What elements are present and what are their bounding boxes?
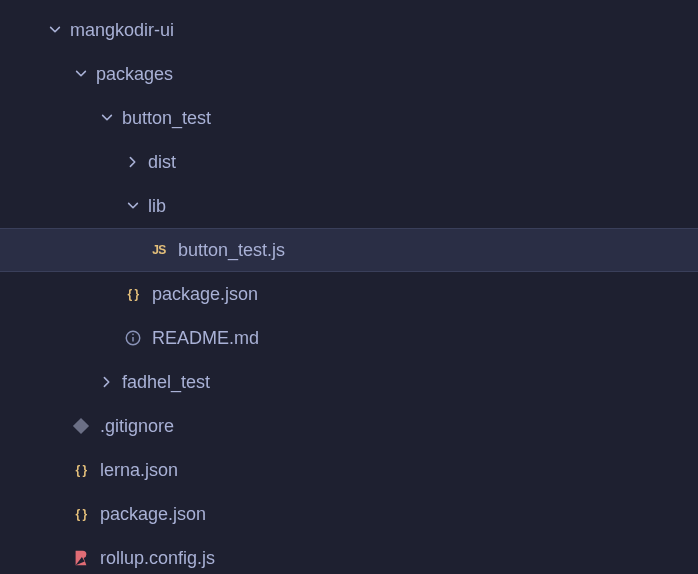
chevron-right-icon bbox=[96, 371, 118, 393]
file-label: button_test.js bbox=[178, 240, 285, 261]
folder-label: fadhel_test bbox=[122, 372, 210, 393]
svg-point-2 bbox=[132, 334, 134, 336]
git-icon bbox=[70, 415, 92, 437]
folder-button-test[interactable]: button_test bbox=[0, 96, 698, 140]
file-label: lerna.json bbox=[100, 460, 178, 481]
chevron-down-icon bbox=[70, 63, 92, 85]
chevron-down-icon bbox=[96, 107, 118, 129]
file-label: rollup.config.js bbox=[100, 548, 215, 569]
file-rollup-config-js[interactable]: rollup.config.js bbox=[0, 536, 698, 574]
rollup-icon bbox=[70, 547, 92, 569]
file-button-test-js[interactable]: JS button_test.js bbox=[0, 228, 698, 272]
folder-lib[interactable]: lib bbox=[0, 184, 698, 228]
json-icon: { } bbox=[122, 283, 144, 305]
folder-mangkodir-ui[interactable]: mangkodir-ui bbox=[0, 8, 698, 52]
folder-label: packages bbox=[96, 64, 173, 85]
file-readme-md[interactable]: README.md bbox=[0, 316, 698, 360]
file-label: package.json bbox=[100, 504, 206, 525]
chevron-down-icon bbox=[44, 19, 66, 41]
folder-label: button_test bbox=[122, 108, 211, 129]
chevron-down-icon bbox=[122, 195, 144, 217]
chevron-right-icon bbox=[122, 151, 144, 173]
file-lerna-json[interactable]: { } lerna.json bbox=[0, 448, 698, 492]
file-label: .gitignore bbox=[100, 416, 174, 437]
file-package-json-button-test[interactable]: { } package.json bbox=[0, 272, 698, 316]
json-icon: { } bbox=[70, 459, 92, 481]
info-icon bbox=[122, 327, 144, 349]
file-label: README.md bbox=[152, 328, 259, 349]
javascript-icon: JS bbox=[148, 239, 170, 261]
folder-label: lib bbox=[148, 196, 166, 217]
folder-packages[interactable]: packages bbox=[0, 52, 698, 96]
folder-label: dist bbox=[148, 152, 176, 173]
json-icon: { } bbox=[70, 503, 92, 525]
folder-fadhel-test[interactable]: fadhel_test bbox=[0, 360, 698, 404]
file-label: package.json bbox=[152, 284, 258, 305]
folder-dist[interactable]: dist bbox=[0, 140, 698, 184]
folder-label: mangkodir-ui bbox=[70, 20, 174, 41]
file-gitignore[interactable]: .gitignore bbox=[0, 404, 698, 448]
file-package-json-root[interactable]: { } package.json bbox=[0, 492, 698, 536]
